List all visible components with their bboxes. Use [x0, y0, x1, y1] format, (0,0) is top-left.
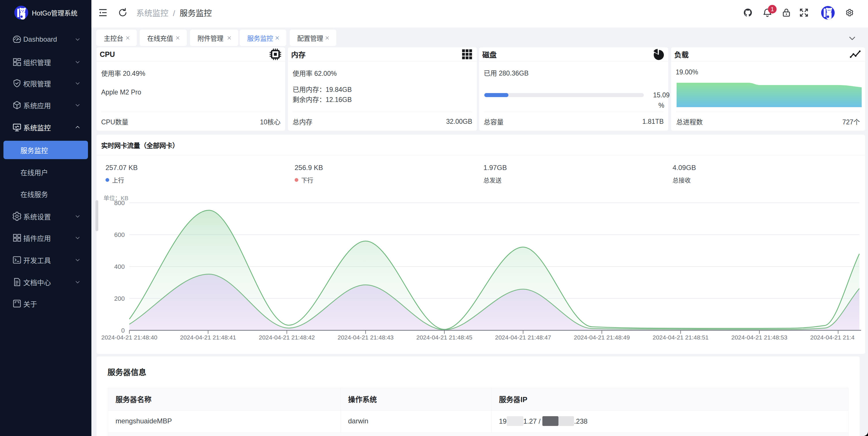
- svg-text:0: 0: [121, 327, 125, 334]
- svg-text:2024-04-21 21:48:42: 2024-04-21 21:48:42: [259, 334, 315, 341]
- svg-text:2024-04-21 21:48:40: 2024-04-21 21:48:40: [101, 334, 157, 341]
- svg-text:400: 400: [114, 263, 125, 270]
- svg-text:2024-04-21 21:48:51: 2024-04-21 21:48:51: [653, 334, 709, 341]
- svg-text:2024-04-21 21:48:47: 2024-04-21 21:48:47: [495, 334, 551, 341]
- svg-text:2024-04-21 21:48:41: 2024-04-21 21:48:41: [180, 334, 236, 341]
- svg-text:2024-04-21 21:48:49: 2024-04-21 21:48:49: [574, 334, 630, 341]
- svg-text:800: 800: [114, 199, 125, 206]
- svg-text:2024-04-21 21:48:43: 2024-04-21 21:48:43: [338, 334, 394, 341]
- svg-text:2024-04-21 21:48:45: 2024-04-21 21:48:45: [416, 334, 472, 341]
- svg-text:2024-04-21 21:48:53: 2024-04-21 21:48:53: [732, 334, 787, 341]
- svg-text:2024-04-21 21:4: 2024-04-21 21:4: [810, 334, 855, 341]
- svg-text:200: 200: [114, 295, 125, 302]
- svg-text:600: 600: [114, 231, 125, 238]
